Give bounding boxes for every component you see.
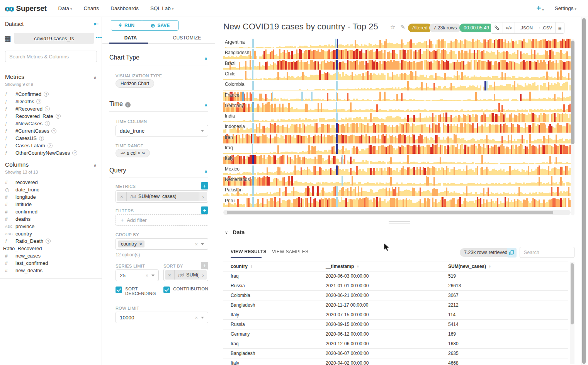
more-options-button[interactable]: ≡ [556, 22, 564, 33]
metric-item-casesus[interactable]: ƒCasesUS? [5, 135, 100, 142]
edit-title-icon[interactable]: ✎ [400, 24, 405, 31]
favorite-star-icon[interactable]: ☆ [390, 24, 395, 31]
metric-item--confirmed[interactable]: ƒ#Confirmed? [5, 90, 100, 98]
time-section-title[interactable]: Timei [109, 101, 131, 107]
embed-code-button[interactable]: </> [503, 22, 515, 33]
tab-customize[interactable]: CUSTOMIZE [159, 32, 215, 43]
clear-icon[interactable]: × [195, 315, 198, 321]
column-item-country[interactable]: ABCcountry [5, 230, 100, 237]
metric-pill[interactable]: × ƒ(x) SUM(new_cases) › [117, 192, 207, 201]
dataset-name[interactable]: covid19.cases_ts [14, 33, 94, 44]
sort-icon[interactable]: ▲▼ [489, 265, 491, 268]
viz-type-value[interactable]: Horizon Chart [116, 79, 154, 88]
collapse-sidebar-icon[interactable]: ⇤ [94, 20, 99, 27]
time-collapse-icon[interactable]: ∧ [204, 102, 207, 107]
metric-item-othercountrynewcases[interactable]: ƒOtherCountryNewCases? [5, 149, 100, 157]
remove-sort-icon[interactable]: × [165, 270, 175, 280]
dataset-more-menu[interactable]: ••• [96, 35, 102, 41]
groupby-options-hint: 12 option(s) [116, 252, 140, 258]
nav-item-data[interactable]: Data▾ [58, 5, 72, 11]
search-metrics-columns-input[interactable] [5, 51, 97, 62]
altered-badge[interactable]: Altered [408, 24, 432, 32]
export-json-button[interactable]: .JSON [515, 22, 536, 33]
sort-descending-checkbox[interactable] [116, 287, 122, 293]
columns-collapse-icon[interactable]: ∧ [93, 163, 97, 168]
column-item-latitude[interactable]: #latitude [5, 201, 100, 208]
column-item-date-trunc[interactable]: ◷date_trunc [5, 186, 100, 193]
groupby-select[interactable]: country× × [116, 238, 208, 250]
query-section-title[interactable]: Query [109, 167, 126, 174]
column-item-deaths[interactable]: #deaths [5, 215, 100, 223]
chart-type-collapse-icon[interactable]: ∧ [204, 56, 207, 61]
nav-item-dashboards[interactable]: Dashboards [110, 5, 139, 11]
sort-by-pill[interactable]: × ƒ(x) SUM(... › [165, 270, 207, 280]
sort-icon[interactable]: ▲▼ [250, 265, 253, 268]
nav-item-sql-lab[interactable]: SQL Lab▾ [150, 5, 173, 11]
column-header-country[interactable]: country▲▼ [223, 264, 318, 269]
column-item-new-cases[interactable]: #new_cases [5, 252, 100, 259]
clear-icon[interactable]: × [195, 241, 198, 247]
expand-sort-icon[interactable]: › [199, 270, 207, 280]
column-item-ratio-recovered[interactable]: Ratio_Recovered [3, 245, 100, 252]
settings-menu[interactable]: Settings▾ [555, 5, 576, 11]
expand-metric-icon[interactable]: › [199, 192, 207, 201]
remove-tag-icon[interactable]: × [139, 242, 142, 246]
add-metric-button[interactable]: + [201, 182, 208, 189]
chart-vscroll-thumb[interactable] [571, 41, 574, 144]
column-item-longitude[interactable]: #longitude [5, 193, 100, 201]
run-button[interactable]: RUN [111, 20, 142, 30]
metric-item-cases-latam[interactable]: ƒCases Latam? [5, 142, 100, 149]
table-row: Germany2020-06-12 00:00:00169 [223, 329, 568, 339]
time-range-value[interactable]: -∞ ≤ col < ∞ [116, 149, 150, 157]
metrics-collapse-icon[interactable]: ∧ [93, 75, 97, 80]
groupby-label: GROUP BY [116, 232, 139, 237]
copy-data-button[interactable] [507, 248, 517, 258]
metric-item--currentcases[interactable]: ƒ#CurrentCases? [5, 127, 100, 135]
time-column-select[interactable]: date_trunc [116, 125, 208, 136]
chart-main-area: New COVID19 cases by country - Top 25 ☆ … [216, 17, 581, 365]
column-item-province[interactable]: ABCprovince [5, 223, 100, 230]
remove-metric-icon[interactable]: × [117, 192, 127, 201]
column-item-ratio-death[interactable]: ƒRatio_Death? [5, 237, 100, 245]
nav-item-charts[interactable]: Charts [84, 5, 99, 11]
column-item-confirmed[interactable]: #confirmed [5, 208, 100, 215]
metric-item--deaths[interactable]: ƒ#Deaths? [5, 98, 100, 105]
copy-link-button[interactable] [491, 22, 503, 33]
column-header-timestamp[interactable]: __timestamp▲▼ [318, 264, 441, 269]
metric-item--newcases[interactable]: ƒ#NewCases? [5, 120, 100, 127]
chart-hscroll-thumb[interactable] [227, 211, 553, 214]
metric-item-recovered-rate[interactable]: ƒRecovered_Rate? [5, 113, 100, 120]
superset-logo[interactable]: ∞ Superset [5, 3, 46, 14]
query-collapse-icon[interactable]: ∧ [204, 169, 207, 174]
column-item-recovered[interactable]: #recovered [5, 179, 100, 186]
add-filter-dropzone[interactable]: +Add filter [116, 214, 208, 226]
results-search-input[interactable] [520, 247, 574, 258]
sort-icon[interactable]: ▲▼ [357, 265, 359, 268]
chart-type-section-title[interactable]: Chart Type [109, 54, 139, 61]
metric-item-label: Recovered_Rate [15, 113, 53, 119]
new-item-button[interactable]: +▾ [536, 4, 544, 13]
contribution-checkbox[interactable] [163, 287, 170, 293]
tab-view-results[interactable]: VIEW RESULTS [231, 249, 267, 254]
series-limit-select[interactable]: 25× [116, 269, 159, 281]
row-limit-select[interactable]: 10000× [116, 312, 208, 323]
add-filter-button[interactable]: + [201, 206, 208, 214]
viz-type-label: VISUALIZATION TYPE [116, 73, 162, 78]
table-cell: 2020-06-03 00:00:00 [318, 273, 441, 279]
table-vscroll-thumb[interactable] [571, 263, 574, 324]
column-header-sum[interactable]: SUM(new_cases)▲▼ [441, 264, 568, 269]
tab-data[interactable]: DATA [102, 32, 159, 43]
column-item-last-confirmed[interactable]: #last_confirmed [5, 259, 100, 267]
metrics-label: METRICS [116, 184, 136, 189]
metric-item--recovered[interactable]: ƒ#Recovered? [5, 105, 100, 113]
add-sort-button[interactable]: + [201, 262, 208, 269]
data-panel-collapse-icon[interactable]: ∨ [225, 230, 228, 235]
tab-view-samples[interactable]: VIEW SAMPLES [272, 249, 308, 254]
clear-icon[interactable]: × [145, 273, 148, 278]
column-item-new-deaths[interactable]: #new_deaths [5, 267, 100, 274]
export-csv-button[interactable]: .CSV [536, 22, 556, 33]
panel-resize-handle[interactable] [389, 221, 410, 226]
save-button[interactable]: ⊕ SAVE [142, 20, 178, 30]
help-icon: ? [48, 143, 53, 148]
page-scroll-thumb[interactable] [582, 18, 586, 364]
